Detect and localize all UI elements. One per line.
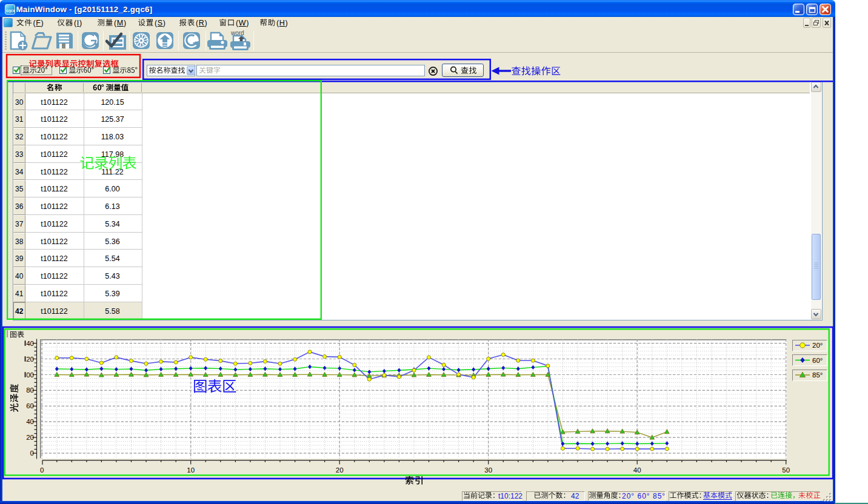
svg-text:85°: 85° (812, 371, 823, 379)
svg-text:0: 0 (30, 449, 34, 457)
svg-text:40: 40 (633, 466, 641, 474)
svg-text:50: 50 (782, 466, 790, 474)
svg-text:20: 20 (26, 434, 34, 441)
svg-text:20°: 20° (812, 342, 823, 349)
svg-text:30: 30 (484, 466, 492, 474)
svg-text:60: 60 (26, 402, 34, 409)
svg-text:0: 0 (40, 466, 44, 474)
svg-text:60°: 60° (812, 357, 823, 364)
svg-text:40: 40 (26, 418, 34, 425)
svg-text:20: 20 (336, 466, 344, 474)
svg-text:80: 80 (26, 386, 34, 394)
svg-text:10: 10 (187, 466, 195, 474)
